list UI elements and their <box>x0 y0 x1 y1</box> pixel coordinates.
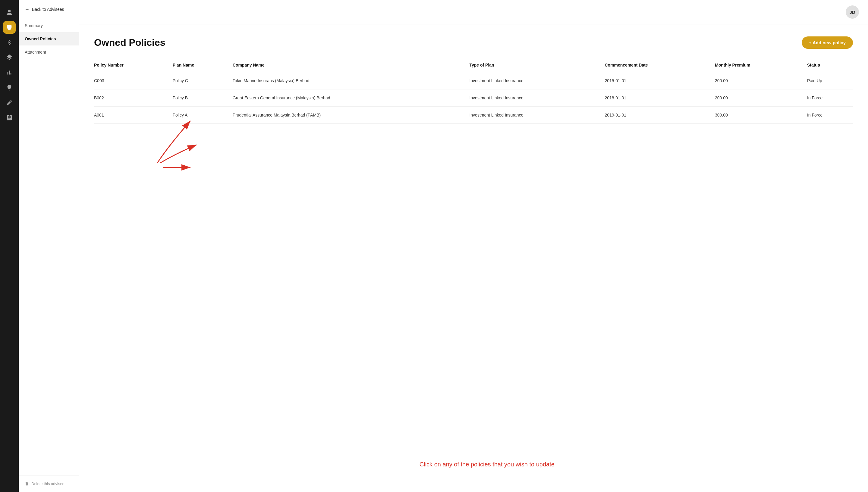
annotation-text: Click on any of the policies that you wi… <box>420 461 555 468</box>
cell-commencement-date: 2018-01-01 <box>605 90 715 106</box>
cell-monthly-premium: 200.00 <box>715 72 807 90</box>
table-row[interactable]: A001 Policy A Prudential Assurance Malay… <box>94 106 853 124</box>
cell-company-name: Tokio Marine Insurans (Malaysia) Berhad <box>233 72 470 90</box>
icon-sidebar <box>0 0 19 492</box>
delete-label: Delete this advisee <box>31 482 65 486</box>
sidebar-item-attachment[interactable]: Attachment <box>19 46 79 59</box>
col-type-of-plan: Type of Plan <box>469 59 605 72</box>
sidebar-item-owned-policies[interactable]: Owned Policies <box>19 32 79 46</box>
nav-edit-icon[interactable] <box>3 96 16 109</box>
cell-monthly-premium: 200.00 <box>715 90 807 106</box>
cell-plan-name: Policy B <box>173 90 233 106</box>
cell-type-of-plan: Investment Linked Insurance <box>469 106 605 124</box>
nav-layers-icon[interactable] <box>3 51 16 64</box>
page-title: Owned Policies <box>94 37 165 48</box>
cell-status: Paid Up <box>807 72 853 90</box>
cell-company-name: Great Eastern General Insurance (Malaysi… <box>233 90 470 106</box>
cell-type-of-plan: Investment Linked Insurance <box>469 72 605 90</box>
back-arrow-icon: ← <box>25 7 29 12</box>
cell-commencement-date: 2019-01-01 <box>605 106 715 124</box>
page-header: Owned Policies + Add new policy <box>94 36 853 49</box>
add-new-policy-button[interactable]: + Add new policy <box>802 36 853 49</box>
nav-chart-icon[interactable] <box>3 66 16 79</box>
table-header-row: Policy Number Plan Name Company Name Typ… <box>94 59 853 72</box>
main-content: JD Owned Policies + Add new policy Polic… <box>79 0 868 492</box>
sub-sidebar: ← Back to Advisees Summary Owned Policie… <box>19 0 79 492</box>
cell-company-name: Prudential Assurance Malaysia Berhad (PA… <box>233 106 470 124</box>
col-plan-name: Plan Name <box>173 59 233 72</box>
nav-bulb-icon[interactable] <box>3 81 16 94</box>
nav-person-icon[interactable] <box>3 6 16 19</box>
cell-plan-name: Policy A <box>173 106 233 124</box>
cell-commencement-date: 2015-01-01 <box>605 72 715 90</box>
delete-advisee-button[interactable]: Delete this advisee <box>25 482 73 486</box>
col-status: Status <box>807 59 853 72</box>
table-row[interactable]: C003 Policy C Tokio Marine Insurans (Mal… <box>94 72 853 90</box>
top-bar: JD <box>79 0 868 24</box>
cell-type-of-plan: Investment Linked Insurance <box>469 90 605 106</box>
col-commencement-date: Commencement Date <box>605 59 715 72</box>
back-to-advisees-link[interactable]: ← Back to Advisees <box>19 0 79 19</box>
cell-status: In Force <box>807 106 853 124</box>
back-link-label: Back to Advisees <box>32 7 64 12</box>
table-row[interactable]: B002 Policy B Great Eastern General Insu… <box>94 90 853 106</box>
content-area: Owned Policies + Add new policy Policy N… <box>79 24 868 492</box>
trash-icon <box>25 482 29 486</box>
cell-policy-number: A001 <box>94 106 173 124</box>
nav-clipboard-icon[interactable] <box>3 112 16 124</box>
sidebar-item-summary[interactable]: Summary <box>19 19 79 32</box>
nav-shield-icon[interactable] <box>3 21 16 34</box>
cell-plan-name: Policy C <box>173 72 233 90</box>
avatar[interactable]: JD <box>846 5 859 19</box>
cell-status: In Force <box>807 90 853 106</box>
cell-policy-number: C003 <box>94 72 173 90</box>
nav-money-icon[interactable] <box>3 36 16 49</box>
cell-policy-number: B002 <box>94 90 173 106</box>
col-policy-number: Policy Number <box>94 59 173 72</box>
policy-table: Policy Number Plan Name Company Name Typ… <box>94 59 853 124</box>
cell-monthly-premium: 300.00 <box>715 106 807 124</box>
col-company-name: Company Name <box>233 59 470 72</box>
col-monthly-premium: Monthly Premium <box>715 59 807 72</box>
